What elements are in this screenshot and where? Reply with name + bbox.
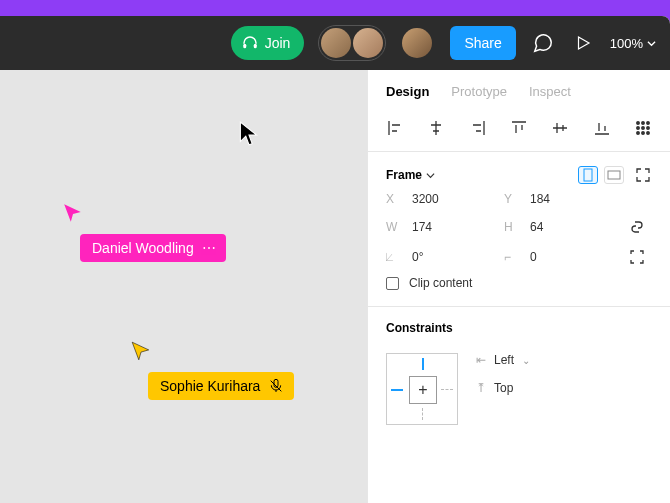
chevron-down-icon <box>647 39 656 48</box>
user-chip[interactable]: Daniel Woodling ⋯ <box>80 234 226 262</box>
w-value[interactable]: 174 <box>412 220 432 234</box>
align-vcenter-icon[interactable] <box>551 119 569 137</box>
frame-section-title[interactable]: Frame <box>386 168 435 182</box>
constraints-section: + ⇤ Left ⌄ ⤒ Top <box>368 339 670 439</box>
clip-checkbox[interactable] <box>386 277 399 290</box>
constraints-box[interactable]: + <box>386 353 458 425</box>
h-arrow-icon: ⇤ <box>476 353 486 367</box>
svg-point-3 <box>637 122 640 125</box>
align-right-icon[interactable] <box>469 119 487 137</box>
x-label: X <box>386 192 400 206</box>
tab-prototype[interactable]: Prototype <box>451 84 507 109</box>
zoom-selector[interactable]: 100% <box>610 36 656 51</box>
play-icon[interactable] <box>570 30 596 56</box>
frame-properties: X3200 Y184 W174 H64 ⟀0° ⌐0 <box>368 192 670 266</box>
more-icon[interactable]: ⋯ <box>202 240 216 256</box>
multiplayer-cursor: Daniel Woodling ⋯ <box>62 202 226 262</box>
constraint-horizontal[interactable]: ⇤ Left ⌄ <box>476 353 530 367</box>
svg-rect-13 <box>608 171 620 179</box>
chevron-down-icon <box>426 171 435 180</box>
svg-point-8 <box>647 127 650 130</box>
svg-point-10 <box>642 132 645 135</box>
h-value[interactable]: 64 <box>530 220 543 234</box>
multiplayer-cursor: Sophie Kurihara <box>130 340 294 400</box>
avatar-group[interactable] <box>318 25 386 61</box>
svg-point-7 <box>642 127 645 130</box>
svg-rect-1 <box>253 44 256 49</box>
constraint-vertical[interactable]: ⤒ Top <box>476 381 530 395</box>
svg-point-4 <box>642 122 645 125</box>
cursor-icon <box>62 202 84 224</box>
user-chip[interactable]: Sophie Kurihara <box>148 372 294 400</box>
mic-muted-icon <box>268 378 284 394</box>
alignment-row <box>368 109 670 149</box>
orientation-toggle[interactable] <box>578 166 624 184</box>
avatar[interactable] <box>353 28 383 58</box>
radius-value[interactable]: 0 <box>530 250 537 264</box>
chevron-down-icon: ⌄ <box>522 355 530 366</box>
mouse-cursor-icon <box>238 120 260 148</box>
avatar[interactable] <box>402 28 432 58</box>
join-label: Join <box>265 35 291 51</box>
workspace: Daniel Woodling ⋯ Sophie Kurihara Design… <box>0 70 670 503</box>
tab-design[interactable]: Design <box>386 84 429 109</box>
link-dimensions-icon[interactable] <box>628 218 646 236</box>
user-name: Sophie Kurihara <box>160 378 260 394</box>
headset-icon <box>241 34 259 52</box>
comment-icon[interactable] <box>530 30 556 56</box>
tidy-icon[interactable] <box>634 119 652 137</box>
svg-marker-2 <box>578 37 589 49</box>
w-label: W <box>386 220 400 234</box>
align-hcenter-icon[interactable] <box>427 119 445 137</box>
h-label: H <box>504 220 518 234</box>
tab-inspect[interactable]: Inspect <box>529 84 571 109</box>
zoom-value: 100% <box>610 36 643 51</box>
join-button[interactable]: Join <box>231 26 305 60</box>
avatar[interactable] <box>321 28 351 58</box>
svg-point-6 <box>637 127 640 130</box>
svg-rect-0 <box>243 44 246 49</box>
clip-content-row[interactable]: Clip content <box>368 266 670 304</box>
constraints-title: Constraints <box>368 309 670 339</box>
canvas[interactable]: Daniel Woodling ⋯ Sophie Kurihara <box>0 70 367 503</box>
design-panel: Design Prototype Inspect Frame <box>367 70 670 503</box>
app-window: Join Share 100% Daniel Woodling <box>0 16 670 503</box>
share-button[interactable]: Share <box>450 26 515 60</box>
toolbar: Join Share 100% <box>0 16 670 70</box>
rotation-value[interactable]: 0° <box>412 250 423 264</box>
svg-point-5 <box>647 122 650 125</box>
rotation-icon: ⟀ <box>386 250 400 264</box>
svg-rect-12 <box>584 169 592 181</box>
svg-point-9 <box>637 132 640 135</box>
cursor-icon <box>130 340 152 362</box>
align-top-icon[interactable] <box>510 119 528 137</box>
clip-label: Clip content <box>409 276 472 290</box>
resize-fit-icon[interactable] <box>634 166 652 184</box>
x-value[interactable]: 3200 <box>412 192 439 206</box>
y-value[interactable]: 184 <box>530 192 550 206</box>
independent-corners-icon[interactable] <box>628 248 646 266</box>
align-left-icon[interactable] <box>386 119 404 137</box>
svg-point-11 <box>647 132 650 135</box>
v-arrow-icon: ⤒ <box>476 381 486 395</box>
y-label: Y <box>504 192 518 206</box>
align-bottom-icon[interactable] <box>593 119 611 137</box>
panel-tabs: Design Prototype Inspect <box>368 70 670 109</box>
user-name: Daniel Woodling <box>92 240 194 256</box>
radius-icon: ⌐ <box>504 250 518 264</box>
